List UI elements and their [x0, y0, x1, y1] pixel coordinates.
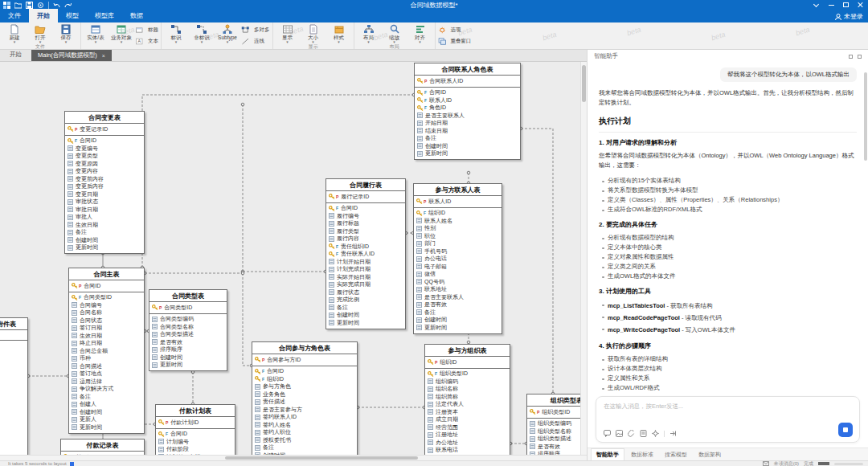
- close-icon[interactable]: [858, 2, 865, 8]
- zoom-slider[interactable]: [834, 463, 863, 465]
- er-table-合同履行表[interactable]: 合同履行表P履行记录IDF合同ID履行编号履行标题履行类型履行内容F责任组织ID…: [326, 178, 406, 329]
- canvas-vertical-scrollbar[interactable]: [580, 62, 587, 455]
- ribbon-button-缩放[interactable]: 缩放▾: [383, 23, 407, 43]
- column-icon: [152, 347, 158, 353]
- ribbon-button-业务对象[interactable]: 业务对象▾: [109, 23, 133, 43]
- message-input[interactable]: 在这输入消息，按Enter发送...: [604, 403, 852, 411]
- table-field: 备注: [414, 309, 502, 317]
- ribbon-button-样式[interactable]: 样式▾: [327, 23, 351, 43]
- menu-tab-开始[interactable]: 开始: [29, 9, 58, 22]
- ribbon-button-重叠窗口[interactable]: 重叠窗口: [438, 36, 472, 47]
- settings-icon[interactable]: [37, 2, 44, 9]
- key-icon: [255, 357, 261, 362]
- table-field: 组织类型编码: [527, 420, 580, 428]
- panel-expand-icon[interactable]: [849, 55, 853, 59]
- diagram-canvas[interactable]: 合同联系人角色表P合同联系人IDF合同IDF联系人IDF角色ID是否主要联系人开…: [0, 62, 580, 455]
- key-icon: [72, 295, 78, 300]
- file-icon[interactable]: [640, 430, 647, 437]
- table-field: 适用法律: [69, 378, 144, 386]
- magic-icon[interactable]: [652, 430, 659, 437]
- ribbon-button-Subtype[interactable]: Subtype▾: [215, 23, 240, 43]
- er-table-合同变更表[interactable]: 合同变更表P变更记录IDF合同ID变更编号变更类型变更原因变更内容变更前内容变更…: [64, 111, 145, 254]
- column-icon: [428, 378, 433, 384]
- canvas-horizontal-scrollbar[interactable]: [0, 455, 587, 460]
- menu-tab-file[interactable]: 文件: [0, 9, 29, 22]
- collapse-input-icon[interactable]: [669, 430, 677, 437]
- table-field: 更新时间: [414, 324, 502, 332]
- column-icon: [152, 354, 158, 360]
- panel-tab-智能助手[interactable]: 智能助手: [591, 448, 624, 460]
- table-field: P付款计划ID: [156, 419, 235, 427]
- maximize-icon[interactable]: [843, 2, 850, 8]
- ribbon-collapse-icon[interactable]: [814, 2, 821, 8]
- ribbon-button-保存[interactable]: 保存▾: [54, 23, 78, 43]
- tab-close-icon[interactable]: ×: [102, 53, 105, 59]
- key-icon: [152, 305, 158, 310]
- chat-mode-icon[interactable]: [604, 430, 611, 437]
- doc-tab-main[interactable]: Main(合同域数据模型) ×: [31, 50, 112, 61]
- panel-tab-数据架构[interactable]: 数据架构: [694, 449, 726, 460]
- er-table-合同参与方角色表[interactable]: 合同参与方角色表P合同参与方IDF合同IDF组织ID参与方角色业务角色责任描述是…: [252, 341, 358, 455]
- ribbon-button-文本[interactable]: A文本: [135, 36, 158, 47]
- ribbon-button-布局[interactable]: 布局▾: [357, 23, 381, 43]
- ribbon-button-对齐[interactable]: 对齐▾: [408, 23, 432, 43]
- ribbon-button-选项[interactable]: 选项: [438, 25, 472, 35]
- message-input-card[interactable]: 在这输入消息，按Enter发送...: [596, 396, 860, 443]
- status-done-label: 完成: [804, 460, 813, 466]
- ribbon-button-新建[interactable]: 新建▾: [2, 23, 27, 43]
- column-icon: [428, 386, 433, 392]
- ribbon-button-多对多[interactable]: 多对多: [241, 25, 270, 35]
- dropdown-caret-icon: ▾: [201, 40, 203, 43]
- table-field: F组织类型ID: [425, 370, 510, 378]
- image-icon[interactable]: [616, 430, 623, 437]
- ribbon-button-大小[interactable]: 大小▾: [301, 23, 326, 43]
- table-field: 签约人姓名: [252, 421, 357, 429]
- plan-sections: 1. 对用户请求的理解和分析您希望将合同域数据模型转化为本体（Ontology）…: [599, 138, 857, 393]
- er-table-付款计划表[interactable]: 付款计划表P付款计划IDF合同ID计划编号付款阶段计划付款金额: [155, 404, 235, 455]
- er-table-合同联系人角色表[interactable]: 合同联系人角色表P合同联系人IDF合同IDF联系人IDF角色ID是否主要联系人开…: [414, 63, 521, 160]
- er-table-参与方联系人表[interactable]: 参与方联系人表P联系人IDF组织ID联系人姓名性别职位部门手机号码办公电话电子邮…: [413, 183, 502, 334]
- er-table-付款记录表[interactable]: 付款记录表P付款记录ID: [60, 439, 145, 455]
- open-icon[interactable]: [14, 2, 22, 9]
- ribbon-button-标识[interactable]: 标识▾: [164, 23, 188, 43]
- panel-close-icon[interactable]: [858, 55, 862, 59]
- menu-tab-模型库[interactable]: 模型库: [87, 9, 122, 22]
- ribbon-button-打开[interactable]: 打开▾: [28, 23, 52, 43]
- menu-tab-数据[interactable]: 数据: [122, 9, 151, 22]
- doc-tab-home[interactable]: 开始: [0, 51, 31, 61]
- column-icon: [417, 143, 423, 149]
- panel-scrollbar[interactable]: [864, 66, 867, 419]
- column-icon: [68, 184, 73, 190]
- er-table-合同主表[interactable]: 合同主表P合同IDF合同类型ID合同编号合同名称合同状态签订日期生效日期终止日期…: [68, 268, 145, 434]
- panel-tab-搜索模型[interactable]: 搜索模型: [660, 449, 692, 460]
- er-table-合同类型表[interactable]: 合同类型表P合同类型ID合同类型编码合同类型名称合同类型描述是否有效排序顺序创建…: [149, 289, 227, 371]
- stop-generating-button[interactable]: [838, 423, 853, 437]
- save-icon[interactable]: [26, 2, 33, 9]
- ribbon-button-连线[interactable]: 连线: [241, 36, 270, 47]
- assistant-conversation[interactable]: 帮我将这个模型转化为本体，以OWL格式输出 我来帮您将合同域数据模型转化为本体，…: [588, 63, 868, 393]
- minimize-icon[interactable]: [829, 2, 836, 8]
- ribbon-group-系统: 选项重叠窗口?帮助系统: [435, 22, 474, 49]
- menu-tab-模型[interactable]: 模型: [58, 9, 87, 22]
- column-icon: [428, 424, 433, 430]
- panel-tab-数据标准[interactable]: 数据标准: [626, 449, 658, 460]
- table-field: 办公电话: [414, 255, 502, 264]
- ribbon-button-显示[interactable]: 显示▾: [276, 23, 300, 43]
- bullet-item: 分析现有数据模型的结构: [600, 233, 857, 243]
- table-field: 合同总金额: [69, 347, 144, 355]
- attachment-icon[interactable]: [628, 430, 635, 437]
- er-table-组织类型表[interactable]: 组织类型表P组织类型ID组织类型编码组织类型名称组织类型描述是否有效排序顺序: [526, 394, 580, 455]
- user-chip[interactable]: 未登录: [835, 12, 863, 21]
- er-table-合同附件表[interactable]: 合同附件表: [0, 317, 28, 455]
- assistant-intro-text: 我来帮您将合同域数据模型转化为本体，并以OWL格式输出。首先，让我分析模型结构，…: [599, 88, 857, 107]
- unread-messages-label[interactable]: 未读消息(0): [774, 460, 799, 466]
- ribbon-button-非标识[interactable]: 非标识▾: [190, 23, 214, 43]
- undo-icon[interactable]: [53, 2, 60, 9]
- column-icon: [416, 272, 422, 277]
- ribbon-button-标题[interactable]: 标题: [135, 25, 158, 35]
- er-table-参与方组织表[interactable]: 参与方组织表P组织IDF组织类型ID组织编码组织名称组织简称法定代表人注册资本成…: [424, 344, 510, 455]
- table-field: P组织ID: [425, 358, 510, 366]
- column-icon: [530, 421, 535, 427]
- ribbon-button-实体/表[interactable]: 实体/表▾: [84, 23, 108, 43]
- redo-icon[interactable]: [64, 2, 72, 9]
